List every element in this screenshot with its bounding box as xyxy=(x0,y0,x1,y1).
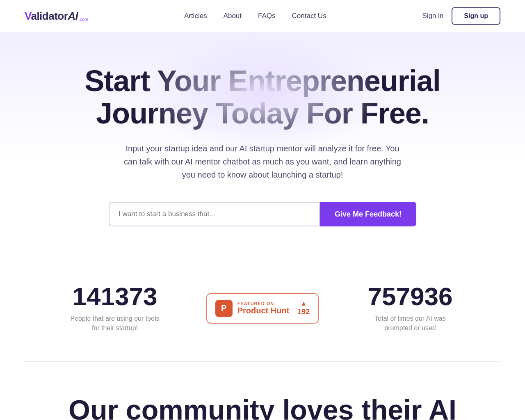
logo-text: ValidatorAI xyxy=(25,10,78,23)
stat-prompts-desc: Total of times our AI was prompted or us… xyxy=(361,314,459,333)
navbar: ValidatorAI .com Articles About FAQs Con… xyxy=(0,0,525,32)
logo-com: .com xyxy=(78,17,88,22)
ph-featured-label: FEATURED ON xyxy=(237,301,290,306)
product-hunt-badge[interactable]: P FEATURED ON Product Hunt ▲ 192 xyxy=(206,293,319,324)
stat-users-number: 141373 xyxy=(49,284,180,309)
ph-count: 192 xyxy=(297,308,310,316)
nav-about[interactable]: About xyxy=(224,12,242,20)
nav-contact[interactable]: Contact Us xyxy=(292,12,326,20)
feedback-button[interactable]: Give Me Feedback! xyxy=(320,202,416,226)
sign-up-button[interactable]: Sign up xyxy=(452,7,500,25)
stat-prompts: 757936 Total of times our AI was prompte… xyxy=(328,276,492,341)
product-hunt-badge-wrap: P FEATURED ON Product Hunt ▲ 192 xyxy=(197,293,328,324)
community-heading: Our community loves their AI xyxy=(25,395,500,420)
nav-articles[interactable]: Articles xyxy=(184,12,207,20)
hero-heading-line1: Start Your Entrepreneurial xyxy=(84,64,441,97)
hero-input-row: Give Me Feedback! xyxy=(109,202,416,226)
ph-arrow-icon: ▲ xyxy=(300,300,307,307)
logo[interactable]: ValidatorAI .com xyxy=(25,10,88,23)
community-section: Our community loves their AI xyxy=(0,362,525,420)
stat-prompts-number: 757936 xyxy=(345,284,476,309)
sign-in-link[interactable]: Sign in xyxy=(422,12,443,20)
hero-section: Start Your Entrepreneurial Journey Today… xyxy=(0,32,525,251)
nav-faqs[interactable]: FAQs xyxy=(258,12,276,20)
stat-users: 141373 People that are using our tools f… xyxy=(33,276,197,341)
ph-count-block: ▲ 192 xyxy=(297,300,310,316)
stat-users-desc: People that are using our tools for thei… xyxy=(66,314,164,333)
product-hunt-logo: P xyxy=(215,300,233,317)
nav-links: Articles About FAQs Contact Us xyxy=(184,12,326,20)
stats-section: 141373 People that are using our tools f… xyxy=(0,251,525,361)
product-hunt-text: FEATURED ON Product Hunt xyxy=(237,301,290,315)
ph-name: Product Hunt xyxy=(237,306,290,315)
hero-heading: Start Your Entrepreneurial Journey Today… xyxy=(78,65,447,130)
hero-heading-line2: Journey Today For Free. xyxy=(96,97,429,130)
startup-idea-input[interactable] xyxy=(109,202,320,226)
nav-actions: Sign in Sign up xyxy=(422,7,500,25)
hero-subtext: Input your startup idea and our AI start… xyxy=(123,142,402,181)
